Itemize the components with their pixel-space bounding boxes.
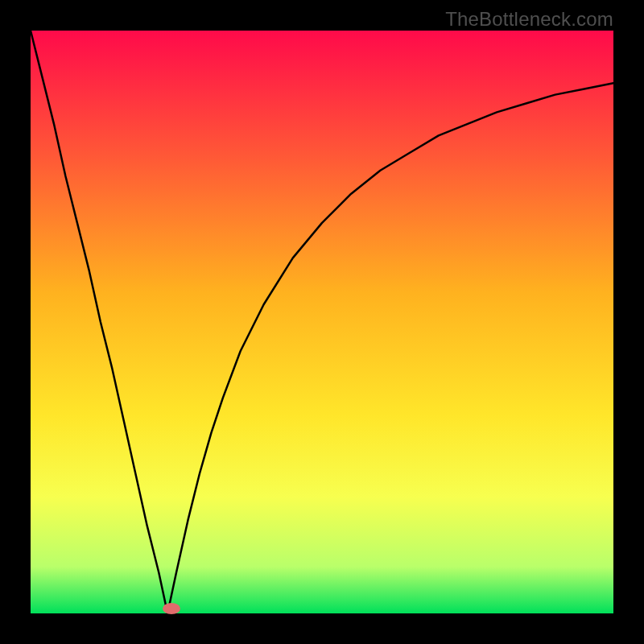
bottleneck-curve [31, 31, 613, 613]
curve-path [31, 31, 613, 613]
plot-area [31, 31, 613, 613]
minimum-marker [163, 603, 180, 614]
watermark-text: TheBottleneck.com [445, 8, 613, 31]
chart-frame: TheBottleneck.com [0, 0, 644, 644]
